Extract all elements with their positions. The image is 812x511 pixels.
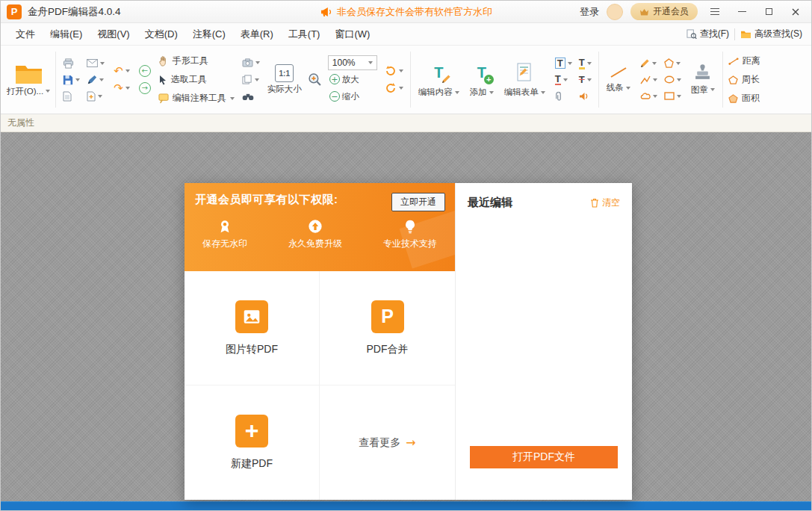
menu-annotation[interactable]: 注释(C) xyxy=(185,25,233,44)
image-to-pdf-button[interactable]: 图片转PDF xyxy=(185,271,320,385)
text-annotation-group: T T T T xyxy=(551,55,596,104)
upgrade-arrow-icon xyxy=(308,219,323,234)
advanced-find-button[interactable]: 高级查找(S) xyxy=(740,28,802,40)
maximize-button[interactable] xyxy=(759,4,778,20)
workspace: 开通会员即可享有以下权限: 立即开通 保存无水印 永久免费升级 专业技术支持 xyxy=(1,132,811,501)
view-more-button[interactable]: 查看更多 → xyxy=(320,385,455,500)
edit-content-button[interactable]: T 编辑内容 xyxy=(413,61,465,98)
lightbulb-icon xyxy=(403,219,418,234)
menu-document[interactable]: 文档(D) xyxy=(137,25,185,44)
back-arrow-icon: ← xyxy=(139,65,151,77)
search-document-button[interactable] xyxy=(241,89,255,105)
new-pdf-label: 新建PDF xyxy=(231,457,273,471)
select-tool[interactable]: 选取工具 xyxy=(158,71,207,88)
rectangle-tool[interactable] xyxy=(663,88,683,104)
menu-file[interactable]: 文件 xyxy=(8,25,43,44)
rotate-right-button[interactable] xyxy=(383,81,405,96)
chevron-down-icon xyxy=(46,90,50,93)
activate-vip-button[interactable]: 立即开通 xyxy=(391,193,445,211)
edit-form-button[interactable]: 编辑表单 xyxy=(499,61,551,98)
menu-form[interactable]: 表单(R) xyxy=(233,25,281,44)
zoom-in-button[interactable]: +放大 xyxy=(328,72,361,87)
find-icon xyxy=(687,29,697,40)
attachment-tool[interactable] xyxy=(554,88,574,104)
email-button[interactable] xyxy=(85,55,106,71)
menu-edit[interactable]: 编辑(E) xyxy=(43,25,90,44)
new-pdf-button[interactable]: + 新建PDF xyxy=(185,385,320,500)
hamburger-icon xyxy=(710,8,719,16)
zoom-out-button[interactable]: −缩小 xyxy=(328,89,361,105)
pencil-icon xyxy=(640,58,650,68)
chevron-down-icon xyxy=(677,95,681,98)
text-insert-tool[interactable]: T xyxy=(554,72,574,87)
polygon-icon xyxy=(664,58,674,68)
hand-tool[interactable]: 手形工具 xyxy=(158,52,208,69)
polyline-tool[interactable] xyxy=(639,72,659,87)
vip-button[interactable]: 开通会员 xyxy=(630,3,698,20)
snapshot-group xyxy=(238,55,264,105)
line-tool[interactable]: 线条 xyxy=(601,66,636,93)
new-document-button[interactable] xyxy=(85,88,106,104)
ellipse-tool[interactable] xyxy=(663,72,683,87)
pencil-tool[interactable] xyxy=(639,55,659,71)
stamp-tool[interactable]: 图章 xyxy=(686,64,720,96)
distance-tool[interactable]: 距离 xyxy=(728,52,760,69)
zoom-tool-button[interactable] xyxy=(305,72,325,87)
chevron-down-icon xyxy=(99,78,104,81)
open-label: 打开(O)... xyxy=(7,86,43,97)
save-icon xyxy=(63,75,73,85)
pdf-merge-button[interactable]: P PDF合并 xyxy=(320,271,455,385)
nav-group: ← → xyxy=(134,64,155,96)
distance-icon xyxy=(728,58,739,65)
ellipse-icon xyxy=(664,75,675,84)
chevron-down-icon xyxy=(230,97,235,100)
menu-view[interactable]: 视图(V) xyxy=(90,25,137,44)
area-tool[interactable]: 面积 xyxy=(728,90,760,107)
text-strikeout-tool[interactable]: T xyxy=(577,72,593,87)
edit-content-icon: T xyxy=(427,61,450,84)
open-file-button[interactable]: 打开(O)... xyxy=(4,63,53,97)
clear-recent-button[interactable]: 清空 xyxy=(590,196,620,209)
previous-view-button[interactable]: ← xyxy=(137,64,152,79)
login-link[interactable]: 登录 xyxy=(580,5,599,19)
titlebar: P 金舟PDF编辑器4.0.4 非会员保存文件会带有软件官方水印 登录 开通会员 xyxy=(1,1,811,23)
close-button[interactable] xyxy=(786,4,805,20)
chevron-down-icon xyxy=(563,78,568,81)
page-display-button[interactable] xyxy=(241,72,261,87)
edit-annotation-label: 编辑注释工具 xyxy=(173,92,226,105)
open-pdf-file-button[interactable]: 打开PDF文件 xyxy=(470,446,618,468)
snapshot-button[interactable] xyxy=(241,55,261,70)
undo-button[interactable]: ↶ xyxy=(112,64,131,79)
minimize-button[interactable] xyxy=(732,4,751,20)
menu-window[interactable]: 窗口(W) xyxy=(327,25,377,44)
zoom-level-select[interactable]: 100% xyxy=(328,55,377,70)
polygon-tool[interactable] xyxy=(663,55,683,71)
sign-button[interactable] xyxy=(85,72,106,87)
vip-banner: 开通会员即可享有以下权限: 立即开通 保存无水印 永久免费升级 专业技术支持 xyxy=(185,183,455,271)
vip-button-label: 开通会员 xyxy=(653,5,689,18)
redo-icon: ↷ xyxy=(114,83,123,94)
menu-separator xyxy=(734,28,735,40)
binoculars-icon xyxy=(242,93,254,101)
sound-annotation-tool[interactable] xyxy=(577,88,593,104)
rotate-group xyxy=(380,64,408,96)
save-button[interactable] xyxy=(61,72,81,87)
edit-annotation-tool[interactable]: 编辑注释工具 xyxy=(158,90,235,107)
avatar[interactable] xyxy=(607,4,623,20)
find-button[interactable]: 查找(F) xyxy=(687,28,729,40)
rotate-left-button[interactable] xyxy=(383,64,405,79)
add-content-button[interactable]: T + 添加 xyxy=(465,61,499,98)
cloud-tool[interactable] xyxy=(639,88,659,104)
menu-tools[interactable]: 工具(T) xyxy=(281,25,328,44)
app-menu-button[interactable] xyxy=(705,4,725,20)
next-view-button[interactable]: → xyxy=(137,81,152,96)
actual-size-button[interactable]: 1:1 实际大小 xyxy=(264,64,305,95)
chevron-down-icon xyxy=(541,91,545,94)
zoom-out-label: 缩小 xyxy=(342,91,359,102)
text-box-tool[interactable]: T xyxy=(554,55,574,71)
text-highlight-tool[interactable]: T xyxy=(577,55,593,71)
redo-button[interactable]: ↷ xyxy=(112,81,131,96)
perimeter-tool[interactable]: 周长 xyxy=(728,71,760,88)
print-button[interactable] xyxy=(61,55,81,71)
document-properties-button[interactable] xyxy=(61,88,81,104)
